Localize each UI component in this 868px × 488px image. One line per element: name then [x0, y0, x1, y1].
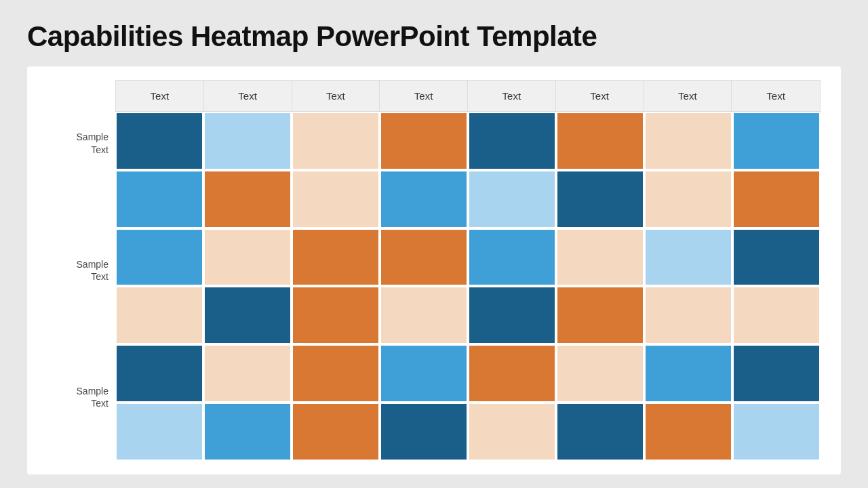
data-cell-1-1-2: [292, 286, 380, 344]
data-cell-2-1-5: [556, 403, 644, 461]
page-title: Capabilities Heatmap PowerPoint Template: [27, 20, 841, 53]
data-row-0-1: [115, 170, 821, 228]
data-row-2-0: [115, 344, 821, 403]
header-row: TextTextTextTextTextTextTextText: [115, 80, 821, 112]
data-cell-1-1-5: [556, 286, 644, 344]
header-cell-6: Text: [644, 81, 732, 111]
data-cell-1-1-6: [644, 286, 732, 344]
data-cell-1-1-0: [115, 286, 203, 344]
row-label-1: Sample Text: [41, 258, 108, 283]
data-cell-0-0-2: [292, 112, 380, 170]
header-cell-2: Text: [292, 81, 380, 111]
data-cell-2-1-4: [468, 403, 556, 461]
data-cell-0-1-6: [644, 170, 732, 228]
data-cell-1-0-3: [380, 228, 468, 287]
row-label-2: Sample Text: [41, 385, 108, 409]
data-cell-0-0-4: [468, 112, 556, 170]
header-cell-3: Text: [380, 81, 468, 111]
data-cell-2-1-6: [644, 403, 732, 461]
data-row-2-1: [115, 403, 821, 461]
data-cell-1-0-6: [644, 228, 732, 287]
data-cell-1-0-0: [115, 228, 203, 287]
data-cell-2-1-7: [732, 403, 821, 461]
header-cell-1: Text: [204, 81, 292, 111]
data-cell-2-1-0: [115, 403, 203, 461]
data-cell-1-0-2: [292, 228, 380, 287]
header-cell-5: Text: [556, 81, 644, 111]
data-cell-2-1-2: [292, 403, 380, 461]
data-cell-2-0-7: [732, 344, 821, 403]
data-cell-2-0-2: [292, 344, 380, 403]
data-cell-2-0-1: [203, 344, 292, 403]
data-cell-0-1-2: [292, 170, 380, 228]
data-cell-1-1-7: [732, 286, 821, 344]
data-cell-0-0-5: [556, 112, 644, 170]
data-row-1-0: [115, 228, 821, 287]
header-cell-4: Text: [468, 81, 556, 111]
data-cell-0-1-3: [380, 170, 468, 228]
data-cell-0-0-6: [644, 112, 732, 170]
data-cell-1-0-5: [556, 228, 644, 287]
data-cell-1-1-3: [380, 286, 468, 344]
data-cell-0-1-4: [468, 170, 556, 228]
data-cell-2-0-6: [644, 344, 732, 403]
heatmap-wrapper: Sample TextSample TextSample Text TextTe…: [41, 80, 821, 461]
data-cell-0-1-7: [732, 170, 821, 228]
data-cell-0-1-5: [556, 170, 644, 228]
data-cell-1-1-4: [468, 286, 556, 344]
data-cell-1-0-4: [468, 228, 556, 287]
data-cell-2-1-1: [203, 403, 292, 461]
header-cell-0: Text: [116, 81, 204, 111]
data-cell-2-0-5: [556, 344, 644, 403]
data-cell-0-1-0: [115, 170, 203, 228]
row-label-0: Sample Text: [41, 131, 108, 155]
data-row-1-1: [115, 286, 821, 344]
data-cell-2-0-0: [115, 344, 203, 403]
data-cell-1-1-1: [203, 286, 292, 344]
data-cell-2-1-3: [380, 403, 468, 461]
slide-container: Sample TextSample TextSample Text TextTe…: [27, 66, 841, 474]
heatmap-grid: TextTextTextTextTextTextTextText: [115, 80, 821, 461]
data-cell-0-1-1: [203, 170, 292, 228]
data-cell-2-0-3: [380, 344, 468, 403]
data-cell-1-0-7: [732, 228, 821, 287]
data-row-0-0: [115, 112, 821, 170]
data-cell-0-0-3: [380, 112, 468, 170]
data-rows: [115, 112, 821, 461]
row-labels: Sample TextSample TextSample Text: [41, 80, 115, 461]
data-cell-0-0-0: [115, 112, 203, 170]
data-cell-2-0-4: [468, 344, 556, 403]
data-cell-1-0-1: [203, 228, 292, 287]
data-cell-0-0-7: [732, 112, 821, 170]
header-cell-7: Text: [732, 81, 820, 111]
data-cell-0-0-1: [203, 112, 292, 170]
